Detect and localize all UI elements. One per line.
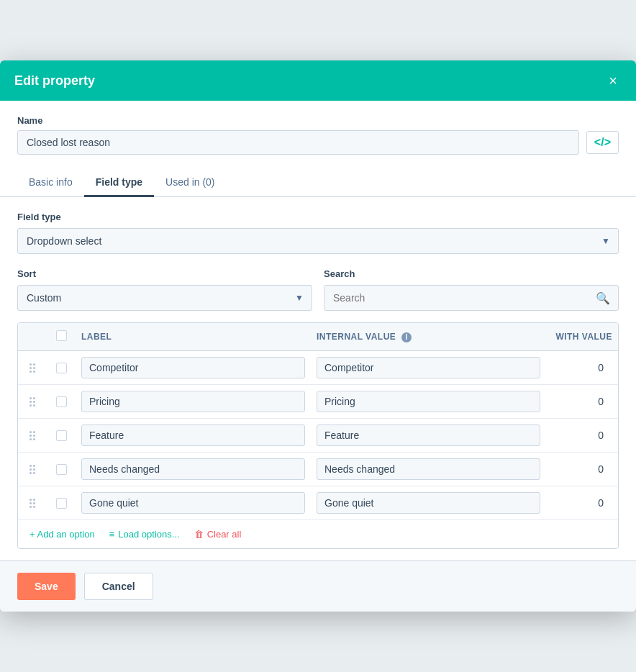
th-label: LABEL <box>76 332 311 342</box>
label-cell-2 <box>76 424 311 446</box>
th-internal-value: INTERNAL VALUE i <box>311 332 546 342</box>
table-row: 0 <box>18 419 618 453</box>
row-checkbox-2[interactable] <box>56 430 67 441</box>
row-checkbox-1[interactable] <box>56 396 67 407</box>
label-input-4[interactable] <box>81 492 305 514</box>
modal-title: Edit property <box>14 73 95 88</box>
with-value-cell-0: 0 <box>546 362 618 373</box>
trash-icon: 🗑 <box>194 529 204 540</box>
table-rows-container: 0 0 <box>18 351 618 519</box>
internal-value-cell-1 <box>311 391 546 412</box>
label-cell-4 <box>76 492 311 514</box>
close-button[interactable]: × <box>604 72 622 89</box>
field-type-label: Field type <box>17 212 619 222</box>
field-type-wrapper: Dropdown select ▼ <box>17 228 619 254</box>
modal-header: Edit property × <box>0 60 636 101</box>
tab-basic-info[interactable]: Basic info <box>17 169 84 197</box>
internal-value-cell-0 <box>311 357 546 378</box>
table-row: 0 <box>18 453 618 486</box>
table-row: 0 <box>18 486 618 519</box>
table-row: 0 <box>18 351 618 385</box>
label-input-0[interactable] <box>81 357 305 378</box>
search-label: Search <box>324 268 619 279</box>
row-checkbox-cell-2 <box>47 430 76 441</box>
internal-value-info-icon[interactable]: i <box>401 332 412 342</box>
internal-value-cell-3 <box>311 458 546 480</box>
sort-select[interactable]: Custom <box>17 285 312 311</box>
add-option-button[interactable]: + Add an option <box>29 529 95 540</box>
internal-value-input-1[interactable] <box>317 391 540 412</box>
drag-handle-3[interactable] <box>18 465 47 474</box>
load-icon: ≡ <box>109 529 115 540</box>
options-table: LABEL INTERNAL VALUE i WITH VALUE <box>17 322 619 549</box>
row-checkbox-4[interactable] <box>56 498 67 509</box>
with-value-cell-3: 0 <box>546 463 618 475</box>
internal-value-cell-2 <box>311 424 546 446</box>
th-check <box>47 330 76 343</box>
cancel-button[interactable]: Cancel <box>84 573 153 600</box>
with-value-cell-4: 0 <box>546 497 618 509</box>
internal-value-input-3[interactable] <box>317 458 540 480</box>
edit-property-modal: Edit property × Name </> Basic info Fiel… <box>0 60 636 612</box>
field-type-section: Field type Dropdown select ▼ <box>17 197 619 268</box>
with-value-cell-2: 0 <box>546 430 618 441</box>
search-input[interactable] <box>324 285 619 311</box>
th-with-value: WITH VALUE <box>546 332 618 342</box>
drag-handle-2[interactable] <box>18 431 47 440</box>
label-input-2[interactable] <box>81 424 305 446</box>
load-options-button[interactable]: ≡ Load options... <box>109 529 180 540</box>
search-wrapper: 🔍 <box>324 285 619 311</box>
code-icon: </> <box>594 136 611 148</box>
internal-value-input-4[interactable] <box>317 492 540 514</box>
drag-handle-4[interactable] <box>18 499 47 508</box>
sort-wrapper: Custom ▼ <box>17 285 312 311</box>
row-checkbox-cell-4 <box>47 498 76 509</box>
with-value-cell-1: 0 <box>546 396 618 407</box>
label-cell-1 <box>76 391 311 412</box>
tabs-container: Basic info Field type Used in (0) <box>0 169 636 197</box>
label-input-1[interactable] <box>81 391 305 412</box>
sort-label: Sort <box>17 268 312 279</box>
drag-handle-1[interactable] <box>18 397 47 407</box>
name-row: </> <box>17 130 619 155</box>
table-header: LABEL INTERNAL VALUE i WITH VALUE <box>18 323 618 351</box>
table-footer: + Add an option ≡ Load options... 🗑 Clea… <box>18 519 618 548</box>
row-checkbox-0[interactable] <box>56 363 67 373</box>
table-row: 0 <box>18 385 618 419</box>
row-checkbox-3[interactable] <box>56 464 67 475</box>
tab-used-in[interactable]: Used in (0) <box>154 169 226 197</box>
sort-search-row: Sort Custom ▼ Search 🔍 <box>17 268 619 311</box>
select-all-checkbox[interactable] <box>56 330 67 341</box>
modal-body: Name </> Basic info Field type Used in (… <box>0 101 636 549</box>
modal-footer: Save Cancel <box>0 560 636 612</box>
row-checkbox-cell-3 <box>47 464 76 475</box>
label-cell-0 <box>76 357 311 378</box>
clear-all-button[interactable]: 🗑 Clear all <box>194 529 242 540</box>
name-input[interactable] <box>17 130 579 155</box>
label-input-3[interactable] <box>81 458 305 480</box>
save-button[interactable]: Save <box>17 573 76 600</box>
search-column: Search 🔍 <box>324 268 619 311</box>
code-icon-button[interactable]: </> <box>586 131 619 154</box>
sort-column: Sort Custom ▼ <box>17 268 312 311</box>
row-checkbox-cell-0 <box>47 363 76 373</box>
tab-field-type[interactable]: Field type <box>84 169 154 197</box>
name-label: Name <box>17 115 619 126</box>
internal-value-cell-4 <box>311 492 546 514</box>
internal-value-input-2[interactable] <box>317 424 540 446</box>
label-cell-3 <box>76 458 311 480</box>
field-type-select[interactable]: Dropdown select <box>17 228 619 254</box>
row-checkbox-cell-1 <box>47 396 76 407</box>
drag-handle-0[interactable] <box>18 363 47 373</box>
internal-value-input-0[interactable] <box>317 357 540 378</box>
